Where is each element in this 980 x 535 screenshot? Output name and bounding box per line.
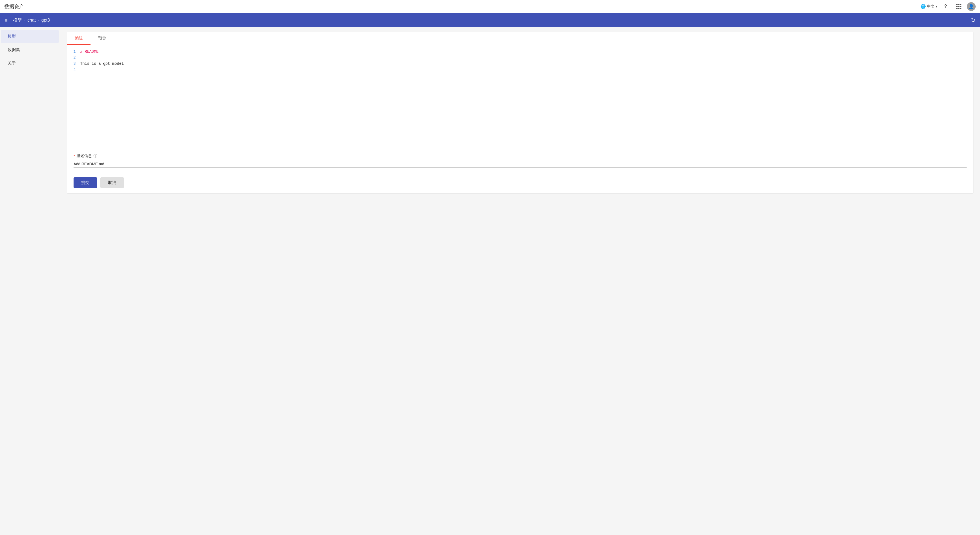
breadcrumb-gpt3[interactable]: gpt3 xyxy=(41,18,50,23)
help-icon: ? xyxy=(944,3,947,9)
breadcrumb-sep-2: › xyxy=(38,18,40,22)
breadcrumb-model[interactable]: 模型 xyxy=(13,17,22,23)
line-number-2: 2 xyxy=(67,56,80,60)
tab-bar: 编辑 预览 xyxy=(67,32,973,45)
code-line-3: 3 This is a gpt model. xyxy=(67,62,973,67)
sidebar-item-model-label: 模型 xyxy=(8,34,16,38)
submit-button[interactable]: 提交 xyxy=(73,177,97,188)
code-editor[interactable]: 1 # README 2 3 This is a gpt model. 4 xyxy=(67,45,973,149)
help-button[interactable]: ? xyxy=(940,2,950,11)
app-bar: 数据资产 🌐 中文 ▾ ? 👤 xyxy=(0,0,980,13)
sidebar-item-about[interactable]: 关于 xyxy=(1,57,59,70)
submit-label: 提交 xyxy=(81,180,89,185)
sidebar-item-dataset-label: 数据集 xyxy=(8,47,20,52)
avatar-icon: 👤 xyxy=(969,4,974,9)
grid-icon xyxy=(956,4,961,9)
line-content-1: # README xyxy=(80,49,973,54)
main-content: 编辑 预览 1 # README 2 3 This is a gpt xyxy=(60,27,980,535)
hamburger-icon[interactable]: ≡ xyxy=(5,17,8,24)
line-number-3: 3 xyxy=(67,62,80,66)
sidebar-item-about-label: 关于 xyxy=(8,61,16,65)
app-bar-actions: 🌐 中文 ▾ ? 👤 xyxy=(920,2,975,11)
line-number-1: 1 xyxy=(67,49,80,54)
code-line-4: 4 xyxy=(67,67,973,73)
breadcrumb: ≡ 模型 › chat › gpt3 xyxy=(5,17,50,24)
cancel-button[interactable]: 取消 xyxy=(100,177,124,188)
breadcrumb-sep-1: › xyxy=(24,18,25,22)
tab-preview-label: 预览 xyxy=(98,36,107,40)
language-selector[interactable]: 🌐 中文 ▾ xyxy=(920,4,937,9)
cancel-label: 取消 xyxy=(108,180,116,185)
app-title: 数据资产 xyxy=(5,3,24,10)
layout: 模型 数据集 关于 编辑 预览 1 # README xyxy=(0,27,980,535)
editor-card: 编辑 预览 1 # README 2 3 This is a gpt xyxy=(67,32,974,194)
description-label-row: * 描述信息 ⓘ xyxy=(73,154,967,159)
tab-edit-label: 编辑 xyxy=(75,36,83,40)
chevron-down-icon: ▾ xyxy=(936,5,937,8)
refresh-icon[interactable]: ↻ xyxy=(971,17,975,24)
translate-icon: 🌐 xyxy=(920,4,926,9)
info-icon: ⓘ xyxy=(94,154,97,159)
required-star: * xyxy=(73,154,75,158)
code-line-1: 1 # README xyxy=(67,49,973,56)
breadcrumb-chat[interactable]: chat xyxy=(27,18,35,23)
line-number-4: 4 xyxy=(67,67,80,72)
sidebar: 模型 数据集 关于 xyxy=(0,27,60,535)
tab-edit[interactable]: 编辑 xyxy=(67,32,91,45)
description-section: * 描述信息 ⓘ xyxy=(67,149,973,172)
apps-button[interactable] xyxy=(954,2,964,11)
tab-preview[interactable]: 预览 xyxy=(91,32,114,45)
user-avatar[interactable]: 👤 xyxy=(967,2,975,11)
description-label-text: 描述信息 xyxy=(76,154,92,159)
line-content-3: This is a gpt model. xyxy=(80,62,973,66)
nav-bar: ≡ 模型 › chat › gpt3 ↻ xyxy=(0,13,980,27)
sidebar-item-dataset[interactable]: 数据集 xyxy=(1,43,59,56)
code-line-2: 2 xyxy=(67,56,973,62)
sidebar-item-model[interactable]: 模型 xyxy=(1,30,59,43)
action-buttons: 提交 取消 xyxy=(67,172,973,194)
language-label: 中文 xyxy=(927,4,935,9)
description-input[interactable] xyxy=(73,161,967,167)
